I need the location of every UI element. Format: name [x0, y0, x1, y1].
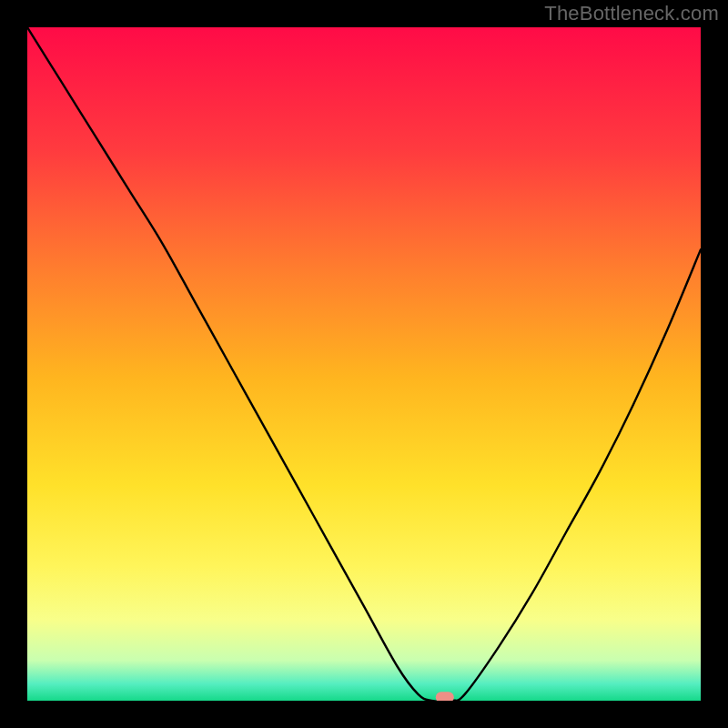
- chart-frame: TheBottleneck.com: [0, 0, 728, 728]
- optimal-marker: [436, 692, 454, 701]
- bottleneck-plot: [27, 27, 701, 701]
- gradient-background: [27, 27, 701, 701]
- watermark-text: TheBottleneck.com: [544, 2, 719, 25]
- chart-svg: [27, 27, 701, 701]
